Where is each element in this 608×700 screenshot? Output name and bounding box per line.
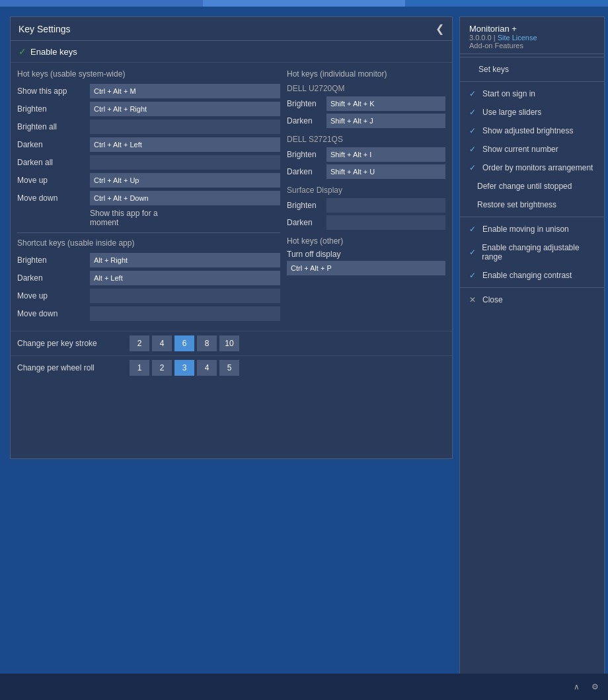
order-by-monitors-check: ✓ [469, 163, 478, 172]
monitor-dell1-darken-input[interactable] [326, 114, 445, 128]
shortcut-move-up-input[interactable] [90, 289, 280, 303]
wheel-btn-4[interactable]: 4 [197, 360, 217, 376]
hotkey-show-moment-label: Show this app for a moment [90, 209, 163, 227]
set-keys-label: Set keys [478, 65, 509, 74]
sidebar-item-enable-unison[interactable]: ✓ Enable moving in unison [460, 220, 604, 238]
license-link[interactable]: License [512, 34, 537, 42]
monitor-dell2-brighten-row: Brighten [287, 147, 445, 162]
panel-title: Key Settings [19, 24, 71, 34]
sidebar-item-close[interactable]: ✕ Close [460, 291, 604, 309]
hotkey-move-up-label: Move up [17, 176, 90, 185]
hotkey-move-down-input[interactable] [90, 191, 280, 205]
hotkey-row-move-up: Move up [17, 173, 280, 188]
restore-brightness-label: Restore set brightness [477, 200, 556, 209]
sidebar-item-start-sign-in[interactable]: ✓ Start on sign in [460, 85, 604, 103]
taskbar-up-icon[interactable]: ∧ [570, 680, 583, 693]
taskbar-gear-icon[interactable]: ⚙ [588, 680, 601, 693]
sidebar-item-show-adjusted[interactable]: ✓ Show adjusted brightness [460, 122, 604, 140]
sidebar-item-defer-change[interactable]: Defer change until stopped [460, 177, 604, 195]
monitor-dell2-darken-input[interactable] [326, 164, 445, 179]
top-strip-seg1 [0, 0, 203, 7]
keystroke-btn-8[interactable]: 8 [197, 335, 217, 351]
hotkey-brighten-all-label: Brighten all [17, 122, 90, 131]
wheel-btn-5[interactable]: 5 [219, 360, 239, 376]
monitor-dell2-brighten-input[interactable] [326, 147, 445, 162]
wheel-btn-group: 1 2 3 4 5 [130, 360, 239, 376]
hotkey-brighten-input[interactable] [90, 102, 280, 116]
hotkey-row-show-app: Show this app [17, 84, 280, 98]
show-adjusted-check: ✓ [469, 126, 478, 135]
sidebar-item-use-large-sliders[interactable]: ✓ Use large sliders [460, 103, 604, 122]
shortcut-brighten-input[interactable] [90, 253, 280, 267]
keystroke-btn-2[interactable]: 2 [130, 335, 149, 351]
top-strip-seg3 [405, 0, 608, 7]
monitor-surface-darken-row: Darken [287, 215, 445, 230]
app-name: Monitorian + [469, 24, 595, 34]
shortcut-darken-input[interactable] [90, 271, 280, 285]
hotkey-move-up-input[interactable] [90, 173, 280, 188]
enable-unison-check: ✓ [469, 225, 478, 234]
monitor-dell1-brighten-row: Brighten [287, 96, 445, 111]
enable-keys-row[interactable]: ✓ Enable keys [11, 41, 452, 63]
shortcut-row-brighten: Brighten [17, 253, 280, 267]
hotkey-row-show-moment: Show this app for a moment [17, 209, 280, 227]
taskbar-icons: ∧ ⚙ [570, 680, 601, 693]
shortcut-move-up-label: Move up [17, 291, 90, 300]
monitor-section-dell1: DELL U2720QM Brighten Darken [287, 84, 445, 128]
monitor-dell1-darken-label: Darken [287, 116, 326, 125]
sidebar-item-restore-brightness[interactable]: Restore set brightness [460, 195, 604, 214]
sidebar-item-enable-adjustable[interactable]: ✓ Enable changing adjustable range [460, 238, 604, 266]
keystroke-btn-6[interactable]: 6 [174, 335, 194, 351]
order-by-monitors-label: Order by monitors arrangement [482, 163, 593, 172]
wheel-btn-3[interactable]: 3 [174, 360, 194, 376]
monitor-dell2-name: DELL S2721QS [287, 135, 445, 144]
sidebar-item-order-by-monitors[interactable]: ✓ Order by monitors arrangement [460, 158, 604, 177]
app-version: 3.0.0.0 | Site License [469, 34, 595, 42]
enable-contrast-label: Enable changing contrast [482, 271, 572, 280]
app-info: Monitorian + 3.0.0.0 | Site License Add-… [460, 17, 604, 54]
top-strip [0, 0, 608, 7]
shortcut-move-down-input[interactable] [90, 306, 280, 321]
panel-close-button[interactable]: ❮ [436, 22, 444, 35]
site-link[interactable]: Site [498, 34, 510, 42]
wheel-btn-1[interactable]: 1 [130, 360, 149, 376]
hotkey-brighten-all-input[interactable] [90, 120, 280, 134]
monitor-surface-darken-input[interactable] [326, 215, 445, 230]
hotkey-darken-input[interactable] [90, 137, 280, 152]
left-column: Hot keys (usable system-wide) Show this … [17, 69, 280, 324]
hotkey-darken-all-input[interactable] [90, 155, 280, 170]
enable-adjustable-check: ✓ [469, 248, 478, 257]
monitor-dell2-darken-label: Darken [287, 167, 326, 176]
large-sliders-check: ✓ [469, 108, 478, 117]
top-strip-seg2 [203, 0, 406, 7]
monitor-dell1-name: DELL U2720QM [287, 84, 445, 93]
monitor-surface-name: Surface Display [287, 186, 445, 195]
keystroke-btn-10[interactable]: 10 [219, 335, 239, 351]
start-sign-in-label: Start on sign in [482, 89, 535, 98]
sidebar-item-set-keys[interactable]: Set keys [460, 60, 604, 79]
shortcut-move-down-label: Move down [17, 309, 90, 318]
shortcut-darken-label: Darken [17, 273, 90, 283]
monitor-dell1-brighten-input[interactable] [326, 96, 445, 111]
close-label: Close [482, 295, 503, 304]
sidebar-item-show-current[interactable]: ✓ Show current number [460, 140, 604, 158]
hotkey-brighten-label: Brighten [17, 104, 90, 114]
enable-contrast-check: ✓ [469, 271, 478, 280]
menu-divider-3 [460, 217, 604, 217]
turn-off-display-input[interactable] [287, 261, 445, 275]
large-sliders-label: Use large sliders [482, 108, 541, 117]
right-sidebar: Monitorian + 3.0.0.0 | Site License Add-… [459, 17, 605, 683]
monitor-surface-brighten-input[interactable] [326, 198, 445, 213]
change-keystroke-row: Change per key stroke 2 4 6 8 10 [11, 331, 452, 355]
shortcut-row-move-up: Move up [17, 289, 280, 303]
enable-adjustable-label: Enable changing adjustable range [482, 243, 595, 262]
monitor-section-surface: Surface Display Brighten Darken [287, 186, 445, 230]
hotkey-row-brighten: Brighten [17, 102, 280, 116]
panel-header: Key Settings ❮ [11, 17, 452, 41]
hotkey-show-app-input[interactable] [90, 84, 280, 98]
enable-keys-label: Enable keys [30, 47, 77, 57]
monitor-dell2-darken-row: Darken [287, 164, 445, 179]
sidebar-item-enable-contrast[interactable]: ✓ Enable changing contrast [460, 266, 604, 285]
keystroke-btn-4[interactable]: 4 [152, 335, 172, 351]
wheel-btn-2[interactable]: 2 [152, 360, 172, 376]
